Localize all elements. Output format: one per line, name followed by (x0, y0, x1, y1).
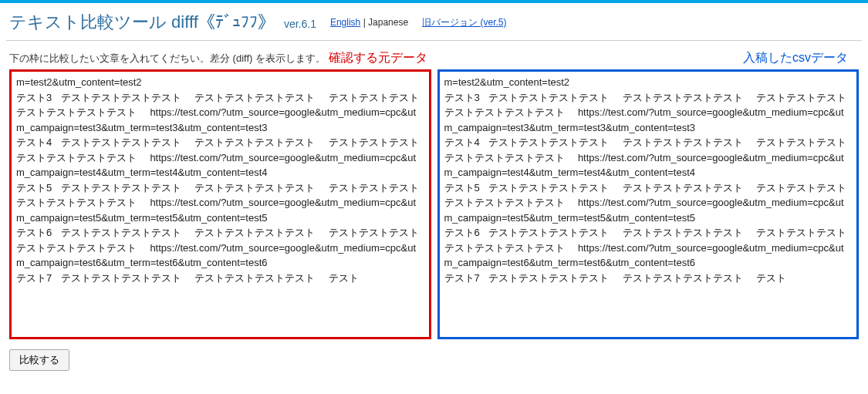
right-textarea[interactable] (437, 69, 860, 339)
left-textarea[interactable] (9, 69, 431, 339)
button-row: 比較する (0, 342, 868, 379)
title-main: テキスト比較ツール difff《ﾃﾞｭﾌﾌ》 (9, 12, 275, 32)
old-version: 旧バージョン (ver.5) (422, 16, 506, 29)
compare-button[interactable]: 比較する (9, 349, 69, 371)
instruction-row: 下の枠に比較したい文章を入れてくだちい。差分 (diff) を表示します。 確認… (0, 47, 868, 69)
version: ver.6.1 (284, 18, 316, 30)
header: テキスト比較ツール difff《ﾃﾞｭﾌﾌ》 ver.6.1 English |… (0, 3, 868, 40)
lang-sep: | (360, 17, 368, 28)
left-pane-label: 確認する元データ (329, 50, 427, 66)
right-pane (437, 69, 860, 342)
language-switch: English | Japanese (330, 17, 408, 28)
compare-panes (0, 69, 868, 342)
header-divider (6, 40, 862, 41)
page-title: テキスト比較ツール difff《ﾃﾞｭﾌﾌ》 ver.6.1 (9, 11, 316, 34)
lang-english-link[interactable]: English (330, 17, 360, 28)
lang-japanese: Japanese (368, 17, 408, 28)
instructions: 下の枠に比較したい文章を入れてくだちい。差分 (diff) を表示します。 (9, 52, 326, 66)
right-pane-label: 入稿したcsvデータ (743, 50, 848, 66)
old-version-link[interactable]: 旧バージョン (ver.5) (422, 17, 506, 28)
left-pane (9, 69, 431, 342)
